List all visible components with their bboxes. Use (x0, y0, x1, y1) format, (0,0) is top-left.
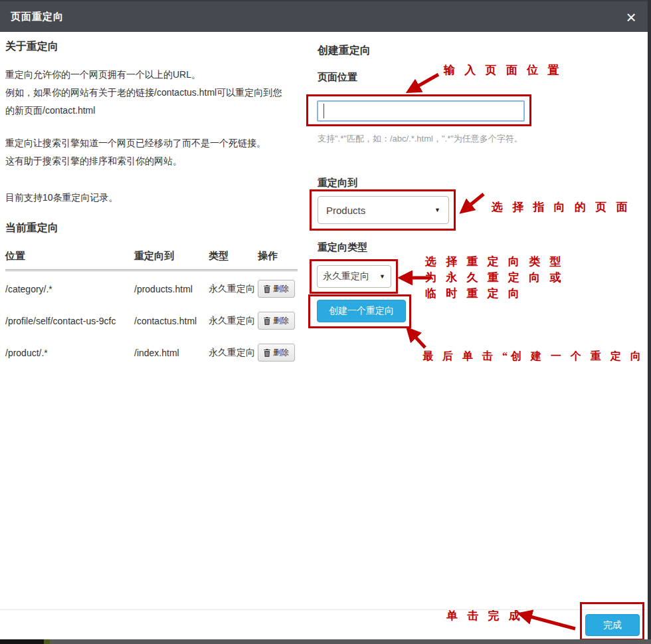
bottom-edge-olive (44, 639, 50, 644)
column-header-type: 类型 (209, 250, 258, 270)
arrow-to-create-button (409, 330, 425, 348)
delete-button[interactable]: 删除 (258, 280, 295, 298)
delete-button[interactable]: 删除 (258, 312, 295, 330)
annotation-input-hint: 输 入 页 面 位 置 (444, 62, 562, 78)
column-header-target: 重定向到 (134, 250, 209, 270)
close-icon[interactable]: × (622, 7, 640, 28)
annotation-select-type-hint: 选 择 重 定 向 类 型 为 永 久 重 定 向 或 临 时 重 定 向 (425, 254, 565, 302)
trash-icon (264, 317, 270, 325)
trash-icon (264, 349, 270, 357)
dialog-title: 页面重定向 (11, 11, 64, 23)
column-header-action: 操作 (258, 250, 298, 270)
redirect-to-selected-value: Products (326, 205, 365, 216)
redirect-to-label: 重定向到 (318, 177, 357, 189)
redirect-limit-note: 目前支持10条重定向记录。 (5, 189, 308, 207)
table-row: /category/.* /products.html 永久重定向 删除 (5, 270, 298, 304)
redirect-target: /index.html (134, 335, 209, 367)
delete-button-label: 删除 (273, 315, 289, 326)
page-redirect-dialog: 页面重定向 × 关于重定向 重定向允许你的一个网页拥有一个以上的URL。 例如，… (0, 0, 651, 644)
redirect-type-select[interactable]: 永久重定向 ▼ (317, 265, 391, 288)
arrow-to-done-hint (521, 614, 575, 629)
arrow-to-page-select (462, 194, 484, 211)
dialog-right-edge (648, 0, 651, 639)
annotation-line: 为 永 久 重 定 向 或 (425, 270, 565, 286)
page-location-label: 页面位置 (318, 71, 357, 84)
table-row: /profile/self/contact-us-9cfc /contactus… (5, 303, 298, 335)
done-button[interactable]: 完成 (585, 614, 640, 636)
text-cursor (324, 104, 324, 118)
create-redirect-heading: 创建重定向 (318, 44, 371, 58)
redirect-target: /products.html (134, 270, 209, 304)
dialog-header: 页面重定向 × (0, 0, 651, 32)
bottom-edge-dark (0, 639, 44, 644)
redirect-type-selected-value: 永久重定向 (323, 270, 369, 282)
about-paragraph-1: 重定向允许你的一个网页拥有一个以上的URL。 例如，如果你的网站有关于老的链接/… (5, 66, 308, 120)
arrow-to-page-input (409, 74, 438, 91)
chevron-down-icon: ▼ (434, 207, 440, 213)
redirect-location: /profile/self/contact-us-9cfc (5, 303, 134, 335)
table-header-row: 位置 重定向到 类型 操作 (5, 250, 298, 270)
column-header-location: 位置 (5, 250, 134, 270)
pattern-hint: 支持".*"匹配，如：/abc/.*.html，".*"为任意多个字符。 (318, 133, 523, 145)
bottom-edge-gray (50, 639, 651, 644)
current-redirects-heading: 当前重定向 (5, 221, 308, 235)
redirect-type: 永久重定向 (209, 335, 258, 367)
annotation-create-hint: 最 后 单 击 “创 建 一 个 重 定 向 ”按 钮 (422, 350, 651, 364)
annotation-select-page-hint: 选 择 指 向 的 页 面 (492, 199, 631, 215)
trash-icon (264, 285, 270, 293)
about-paragraph-2: 重定向让搜索引擎知道一个网页已经移动了而不是一个死链接。 这有助于搜索引擎的排序… (5, 134, 308, 170)
about-section: 关于重定向 重定向允许你的一个网页拥有一个以上的URL。 例如，如果你的网站有关… (5, 40, 308, 367)
redirect-location: /product/.* (5, 335, 134, 367)
redirect-target: /contactus.html (134, 303, 209, 335)
footer-divider (0, 609, 648, 610)
redirect-type: 永久重定向 (209, 270, 258, 304)
delete-button-label: 删除 (273, 283, 289, 294)
page-location-input[interactable] (317, 100, 525, 122)
redirect-type: 永久重定向 (209, 303, 258, 335)
delete-button-label: 删除 (273, 347, 289, 358)
annotation-line: 选 择 重 定 向 类 型 (425, 254, 565, 270)
chevron-down-icon: ▼ (379, 273, 385, 280)
redirect-to-select[interactable]: Products ▼ (318, 196, 449, 224)
annotation-done-hint: 单 击 完 成 (446, 608, 523, 623)
current-redirects-table: 位置 重定向到 类型 操作 /category/.* /products.htm… (5, 250, 298, 367)
table-row: /product/.* /index.html 永久重定向 删除 (5, 335, 298, 367)
about-heading: 关于重定向 (5, 40, 308, 54)
delete-button[interactable]: 删除 (258, 344, 295, 362)
annotation-line: 临 时 重 定 向 (425, 286, 565, 302)
redirect-type-label: 重定向类型 (318, 241, 367, 254)
create-redirect-button[interactable]: 创建一个重定向 (317, 300, 406, 322)
redirect-location: /category/.* (5, 270, 134, 304)
